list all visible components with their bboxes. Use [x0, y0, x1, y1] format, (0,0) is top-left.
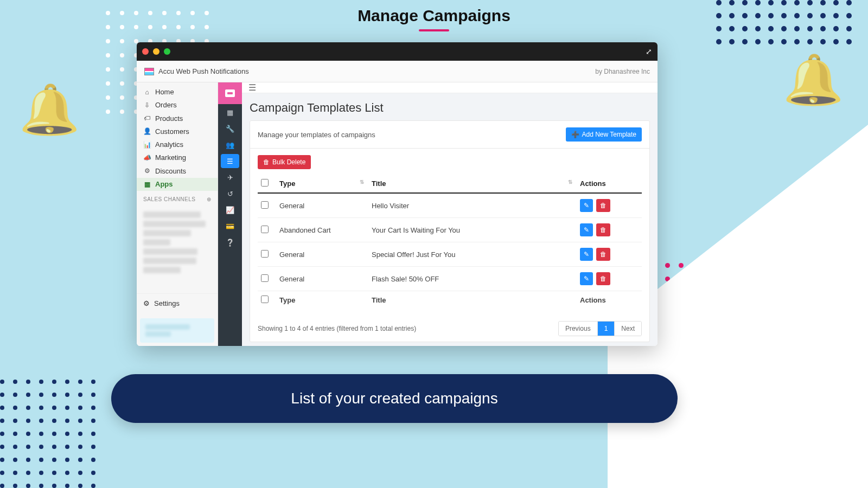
- sidebar-item-home[interactable]: ⌂Home: [137, 86, 218, 99]
- sidebar-item-discounts[interactable]: ⚙Discounts: [137, 165, 218, 178]
- sidebar-item-icon: ⌂: [143, 89, 151, 96]
- table-row: GeneralFlash Sale! 50% OFF✎🗑: [258, 267, 642, 291]
- trash-icon: 🗑: [263, 158, 270, 166]
- close-icon[interactable]: [142, 48, 149, 55]
- sidebar-item-marketing[interactable]: 📣Marketing: [137, 151, 218, 164]
- sidebar-item-icon: 📊: [143, 142, 151, 149]
- bulk-delete-button[interactable]: 🗑 Bulk Delete: [258, 155, 311, 169]
- trash-icon: 🗑: [600, 202, 607, 209]
- add-template-button[interactable]: ➕ Add New Template: [566, 127, 642, 142]
- edit-button[interactable]: ✎: [580, 199, 593, 212]
- sidebar-item-icon: 📣: [143, 155, 151, 162]
- sidebar-item-products[interactable]: 🏷Products: [137, 112, 218, 125]
- expand-icon[interactable]: ⤢: [646, 47, 652, 56]
- sidebar-item-icon: 🏷: [143, 115, 151, 122]
- caption-pill: List of your created campaigns: [111, 374, 678, 423]
- app-iconbar: ▦ 🔧 👥 ☰ ✈ ↺ 📈 💳 ❔: [218, 82, 242, 346]
- iconbar-help[interactable]: ❔: [218, 234, 242, 251]
- iconbar-settings[interactable]: 🔧: [218, 120, 242, 137]
- app-author: by Dhanashree Inc: [595, 68, 650, 75]
- sidebar-item-customers[interactable]: 👤Customers: [137, 125, 218, 138]
- cell-type: General: [276, 242, 368, 267]
- iconbar-analytics[interactable]: 📈: [218, 202, 242, 218]
- bell-icon: 🔔: [19, 81, 80, 138]
- iconbar-billing[interactable]: 💳: [218, 218, 242, 234]
- plus-icon: ➕: [571, 131, 579, 138]
- select-all-checkbox-foot[interactable]: [261, 296, 269, 303]
- cell-title: Flash Sale! 50% OFF: [368, 267, 577, 291]
- window-titlebar[interactable]: ⤢: [137, 42, 658, 61]
- sidebar-item-label: Orders: [155, 101, 177, 109]
- pager-page-1[interactable]: 1: [597, 322, 615, 336]
- maximize-icon[interactable]: [164, 48, 170, 55]
- pager-next[interactable]: Next: [614, 322, 641, 336]
- sidebar-selected-app[interactable]: [140, 318, 214, 343]
- sort-icon[interactable]: ⇅: [568, 179, 572, 185]
- content-area: ☰ Campaign Templates List Manage your te…: [242, 82, 658, 346]
- sort-icon[interactable]: ⇅: [360, 179, 364, 185]
- page-heading: Manage Campaigns: [0, 7, 868, 31]
- sidebar-item-label: Home: [155, 88, 174, 96]
- sidebar-item-label: Apps: [155, 181, 173, 188]
- th-actions: Actions: [580, 179, 606, 188]
- iconbar-history[interactable]: ↺: [218, 185, 242, 202]
- delete-button[interactable]: 🗑: [596, 248, 610, 261]
- add-channel-icon[interactable]: ⊕: [207, 196, 212, 202]
- app-brand-icon[interactable]: [218, 82, 242, 104]
- trash-icon: 🗑: [600, 226, 607, 234]
- delete-button[interactable]: 🗑: [596, 223, 610, 236]
- trash-icon: 🗑: [600, 251, 607, 258]
- select-all-checkbox[interactable]: [261, 179, 269, 187]
- delete-button[interactable]: 🗑: [596, 272, 610, 285]
- tf-actions: Actions: [577, 291, 642, 310]
- row-checkbox[interactable]: [261, 201, 269, 209]
- edit-icon: ✎: [584, 202, 589, 209]
- cell-title: Special Offer! Just For You: [368, 242, 577, 267]
- th-title[interactable]: Title: [372, 179, 386, 188]
- minimize-icon[interactable]: [153, 48, 159, 55]
- page-title: Campaign Templates List: [242, 93, 658, 120]
- iconbar-send[interactable]: ✈: [218, 169, 242, 185]
- table-row: GeneralHello Visiter✎🗑: [258, 193, 642, 218]
- edit-button[interactable]: ✎: [580, 248, 593, 261]
- templates-table: Type⇅ Title⇅ Actions GeneralHello Visite…: [258, 175, 642, 309]
- sidebar-settings-label: Settings: [154, 299, 180, 307]
- delete-button[interactable]: 🗑: [596, 199, 610, 212]
- sidebar-item-icon: ⚙: [143, 168, 151, 175]
- edit-button[interactable]: ✎: [580, 272, 593, 285]
- sidebar-item-label: Analytics: [155, 141, 183, 149]
- window-controls[interactable]: [142, 48, 170, 55]
- sidebar-section-label: SALES CHANNELS ⊕: [137, 191, 218, 206]
- sidebar-item-orders[interactable]: ⇩Orders: [137, 99, 218, 112]
- hamburger-icon[interactable]: ☰: [248, 82, 256, 93]
- cell-type: General: [276, 267, 368, 291]
- trash-icon: 🗑: [600, 275, 607, 282]
- cell-title: Your Cart Is Waiting For You: [368, 218, 577, 242]
- edit-icon: ✎: [584, 275, 589, 282]
- row-checkbox[interactable]: [261, 250, 269, 258]
- pager-prev[interactable]: Previous: [559, 322, 597, 336]
- sidebar-item-icon: ▦: [143, 181, 151, 188]
- sidebar-item-apps[interactable]: ▦Apps: [137, 178, 218, 191]
- sidebar-item-icon: ⇩: [143, 102, 151, 109]
- app-window: ⤢ Accu Web Push Notifications by Dhanash…: [137, 42, 658, 346]
- iconbar-dashboard[interactable]: ▦: [218, 104, 242, 120]
- templates-card: Manage your templates of campaigns ➕ Add…: [250, 120, 650, 342]
- cell-type: General: [276, 193, 368, 218]
- th-type[interactable]: Type: [279, 179, 295, 188]
- app-topbar: Accu Web Push Notifications by Dhanashre…: [137, 61, 658, 82]
- row-checkbox[interactable]: [261, 226, 269, 233]
- iconbar-campaigns[interactable]: ☰: [221, 154, 239, 168]
- sidebar-channels-blurred: [137, 206, 218, 279]
- bell-icon: 🔔: [783, 52, 844, 108]
- table-info: Showing 1 to 4 of 4 entries (filtered fr…: [258, 325, 416, 332]
- sidebar-item-icon: 👤: [143, 128, 151, 135]
- sidebar-item-analytics[interactable]: 📊Analytics: [137, 138, 218, 151]
- row-checkbox[interactable]: [261, 274, 269, 282]
- tf-type: Type: [276, 291, 368, 310]
- iconbar-subscribers[interactable]: 👥: [218, 137, 242, 153]
- edit-button[interactable]: ✎: [580, 223, 593, 236]
- pagination: Previous 1 Next: [558, 321, 642, 336]
- sidebar-settings[interactable]: ⚙ Settings: [137, 293, 218, 315]
- sidebar-item-label: Marketing: [155, 154, 186, 162]
